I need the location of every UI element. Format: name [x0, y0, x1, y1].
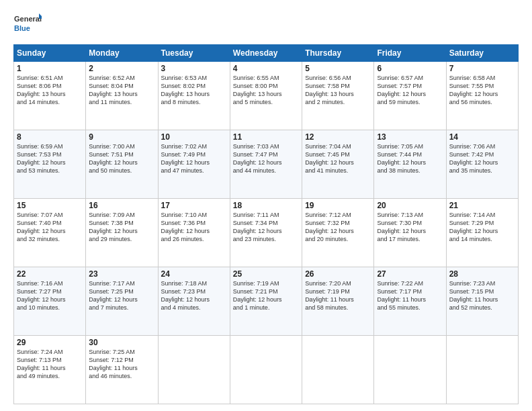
calendar-cell: 5Sunrise: 6:56 AMSunset: 7:58 PMDaylight…: [302, 62, 374, 130]
day-number: 23: [89, 269, 154, 279]
calendar-cell: 4Sunrise: 6:55 AMSunset: 8:00 PMDaylight…: [230, 62, 302, 130]
calendar-cell: 2Sunrise: 6:52 AMSunset: 8:04 PMDaylight…: [86, 62, 158, 130]
calendar-cell: 8Sunrise: 6:59 AMSunset: 7:53 PMDaylight…: [14, 130, 86, 199]
calendar-cell: 21Sunrise: 7:14 AMSunset: 7:29 PMDayligh…: [446, 199, 518, 267]
day-number: 14: [449, 132, 515, 142]
day-info: Sunrise: 7:25 AMSunset: 7:12 PMDaylight:…: [89, 348, 154, 381]
day-header-wednesday: Wednesday: [230, 45, 302, 62]
calendar-cell: 23Sunrise: 7:17 AMSunset: 7:25 PMDayligh…: [86, 267, 158, 336]
day-info: Sunrise: 6:58 AMSunset: 7:55 PMDaylight:…: [449, 74, 515, 107]
day-number: 26: [305, 269, 371, 279]
day-info: Sunrise: 6:55 AMSunset: 8:00 PMDaylight:…: [233, 74, 299, 107]
calendar-table: SundayMondayTuesdayWednesdayThursdayFrid…: [13, 44, 519, 404]
calendar-header-row: SundayMondayTuesdayWednesdayThursdayFrid…: [14, 45, 519, 62]
day-number: 22: [17, 269, 83, 279]
page: General Blue SundayMondayTuesdayWednesda…: [0, 0, 532, 411]
calendar-cell: 13Sunrise: 7:05 AMSunset: 7:44 PMDayligh…: [374, 130, 446, 199]
day-number: 1: [17, 64, 83, 73]
header: General Blue: [13, 12, 519, 38]
day-info: Sunrise: 6:59 AMSunset: 7:53 PMDaylight:…: [17, 142, 83, 175]
day-number: 9: [89, 132, 154, 142]
day-info: Sunrise: 7:05 AMSunset: 7:44 PMDaylight:…: [377, 142, 443, 175]
day-info: Sunrise: 6:53 AMSunset: 8:02 PMDaylight:…: [161, 74, 227, 107]
calendar-week-1: 1Sunrise: 6:51 AMSunset: 8:06 PMDaylight…: [14, 62, 519, 130]
day-info: Sunrise: 7:02 AMSunset: 7:49 PMDaylight:…: [161, 142, 227, 175]
day-number: 3: [161, 64, 227, 73]
calendar-cell: 6Sunrise: 6:57 AMSunset: 7:57 PMDaylight…: [374, 62, 446, 130]
day-info: Sunrise: 7:11 AMSunset: 7:34 PMDaylight:…: [233, 211, 299, 244]
day-number: 27: [377, 269, 443, 279]
calendar-cell: 26Sunrise: 7:20 AMSunset: 7:19 PMDayligh…: [302, 267, 374, 336]
day-info: Sunrise: 6:57 AMSunset: 7:57 PMDaylight:…: [377, 74, 443, 107]
day-header-friday: Friday: [374, 45, 446, 62]
calendar-cell: 14Sunrise: 7:06 AMSunset: 7:42 PMDayligh…: [446, 130, 518, 199]
day-number: 15: [17, 201, 83, 210]
day-info: Sunrise: 7:10 AMSunset: 7:36 PMDaylight:…: [161, 211, 227, 244]
calendar-cell: 27Sunrise: 7:22 AMSunset: 7:17 PMDayligh…: [374, 267, 446, 336]
calendar-cell: 3Sunrise: 6:53 AMSunset: 8:02 PMDaylight…: [158, 62, 230, 130]
day-header-saturday: Saturday: [446, 45, 518, 62]
day-header-thursday: Thursday: [302, 45, 374, 62]
day-header-sunday: Sunday: [14, 45, 86, 62]
calendar-week-4: 22Sunrise: 7:16 AMSunset: 7:27 PMDayligh…: [14, 267, 519, 336]
calendar-cell: [230, 336, 302, 404]
calendar-cell: [158, 336, 230, 404]
calendar-cell: 9Sunrise: 7:00 AMSunset: 7:51 PMDaylight…: [86, 130, 158, 199]
calendar-cell: 20Sunrise: 7:13 AMSunset: 7:30 PMDayligh…: [374, 199, 446, 267]
calendar-cell: 19Sunrise: 7:12 AMSunset: 7:32 PMDayligh…: [302, 199, 374, 267]
day-info: Sunrise: 7:16 AMSunset: 7:27 PMDaylight:…: [17, 279, 83, 312]
day-number: 6: [377, 64, 443, 73]
calendar-cell: 15Sunrise: 7:07 AMSunset: 7:40 PMDayligh…: [14, 199, 86, 267]
calendar-cell: 25Sunrise: 7:19 AMSunset: 7:21 PMDayligh…: [230, 267, 302, 336]
day-info: Sunrise: 7:24 AMSunset: 7:13 PMDaylight:…: [17, 348, 83, 381]
day-info: Sunrise: 7:12 AMSunset: 7:32 PMDaylight:…: [305, 211, 371, 244]
day-number: 13: [377, 132, 443, 142]
day-number: 29: [17, 338, 83, 347]
svg-text:General: General: [14, 15, 42, 23]
day-info: Sunrise: 7:13 AMSunset: 7:30 PMDaylight:…: [377, 211, 443, 244]
day-number: 16: [89, 201, 154, 210]
day-info: Sunrise: 7:09 AMSunset: 7:38 PMDaylight:…: [89, 211, 154, 244]
day-number: 30: [89, 338, 154, 347]
calendar-cell: 30Sunrise: 7:25 AMSunset: 7:12 PMDayligh…: [86, 336, 158, 404]
day-info: Sunrise: 7:19 AMSunset: 7:21 PMDaylight:…: [233, 279, 299, 312]
day-info: Sunrise: 7:20 AMSunset: 7:19 PMDaylight:…: [305, 279, 371, 312]
day-info: Sunrise: 7:07 AMSunset: 7:40 PMDaylight:…: [17, 211, 83, 244]
day-info: Sunrise: 6:51 AMSunset: 8:06 PMDaylight:…: [17, 74, 83, 107]
calendar-cell: 22Sunrise: 7:16 AMSunset: 7:27 PMDayligh…: [14, 267, 86, 336]
day-number: 28: [449, 269, 515, 279]
day-number: 19: [305, 201, 371, 210]
day-number: 10: [161, 132, 227, 142]
calendar-cell: 10Sunrise: 7:02 AMSunset: 7:49 PMDayligh…: [158, 130, 230, 199]
day-number: 8: [17, 132, 83, 142]
day-info: Sunrise: 7:06 AMSunset: 7:42 PMDaylight:…: [449, 142, 515, 175]
calendar-cell: 16Sunrise: 7:09 AMSunset: 7:38 PMDayligh…: [86, 199, 158, 267]
calendar-week-2: 8Sunrise: 6:59 AMSunset: 7:53 PMDaylight…: [14, 130, 519, 199]
calendar-cell: 12Sunrise: 7:04 AMSunset: 7:45 PMDayligh…: [302, 130, 374, 199]
calendar-cell: 17Sunrise: 7:10 AMSunset: 7:36 PMDayligh…: [158, 199, 230, 267]
day-number: 5: [305, 64, 371, 73]
day-number: 17: [161, 201, 227, 210]
calendar-cell: 7Sunrise: 6:58 AMSunset: 7:55 PMDaylight…: [446, 62, 518, 130]
day-info: Sunrise: 7:18 AMSunset: 7:23 PMDaylight:…: [161, 279, 227, 312]
day-info: Sunrise: 7:04 AMSunset: 7:45 PMDaylight:…: [305, 142, 371, 175]
day-number: 20: [377, 201, 443, 210]
calendar-week-5: 29Sunrise: 7:24 AMSunset: 7:13 PMDayligh…: [14, 336, 519, 404]
day-info: Sunrise: 7:00 AMSunset: 7:51 PMDaylight:…: [89, 142, 154, 175]
day-info: Sunrise: 7:03 AMSunset: 7:47 PMDaylight:…: [233, 142, 299, 175]
day-number: 18: [233, 201, 299, 210]
calendar-cell: 1Sunrise: 6:51 AMSunset: 8:06 PMDaylight…: [14, 62, 86, 130]
calendar-cell: [446, 336, 518, 404]
logo: General Blue: [13, 12, 42, 38]
calendar-cell: [302, 336, 374, 404]
logo-svg: General Blue: [13, 12, 42, 38]
day-number: 4: [233, 64, 299, 73]
calendar-cell: [374, 336, 446, 404]
svg-text:Blue: Blue: [14, 24, 30, 32]
calendar-week-3: 15Sunrise: 7:07 AMSunset: 7:40 PMDayligh…: [14, 199, 519, 267]
day-header-tuesday: Tuesday: [158, 45, 230, 62]
day-info: Sunrise: 7:23 AMSunset: 7:15 PMDaylight:…: [449, 279, 515, 312]
day-number: 21: [449, 201, 515, 210]
day-number: 12: [305, 132, 371, 142]
day-info: Sunrise: 7:14 AMSunset: 7:29 PMDaylight:…: [449, 211, 515, 244]
